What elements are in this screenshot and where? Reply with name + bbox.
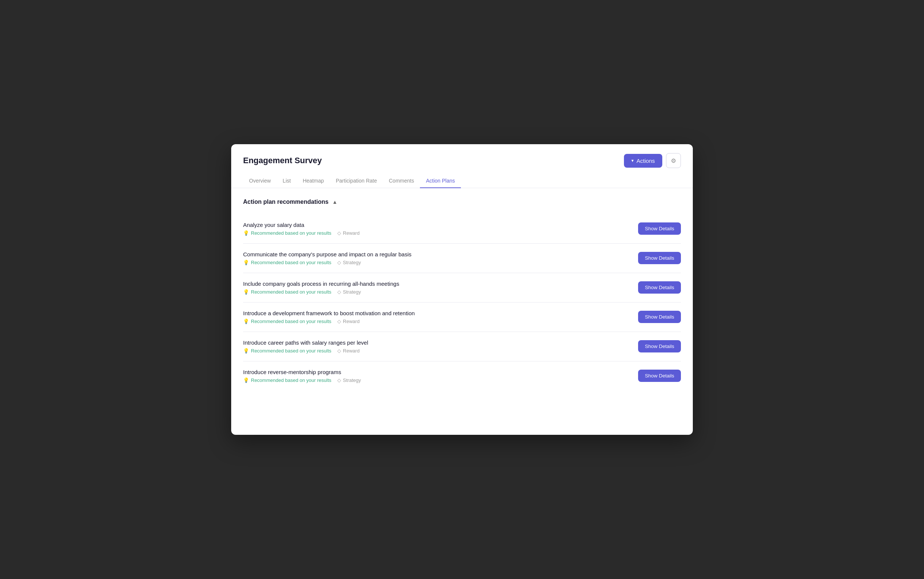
action-item-6: Introduce reverse-mentorship programs 💡 …	[243, 361, 681, 391]
recommended-badge-5: 💡 Recommended based on your results	[243, 348, 331, 353]
section-header: Action plan recommendations ▲	[243, 199, 681, 205]
tag-icon-5: ◇	[337, 348, 341, 353]
tag-badge-5: ◇ Reward	[337, 348, 360, 353]
tab-action-plans[interactable]: Action Plans	[420, 174, 461, 188]
action-item-3: Include company goals process in recurri…	[243, 273, 681, 303]
action-meta-4: 💡 Recommended based on your results ◇ Re…	[243, 319, 629, 324]
action-title-1: Analyze your salary data	[243, 222, 629, 228]
action-meta-2: 💡 Recommended based on your results ◇ St…	[243, 260, 629, 265]
recommended-badge-2: 💡 Recommended based on your results	[243, 260, 331, 265]
show-details-button-1[interactable]: Show Details	[638, 222, 681, 235]
tag-badge-4: ◇ Reward	[337, 319, 360, 324]
recommended-badge-4: 💡 Recommended based on your results	[243, 319, 331, 324]
tag-icon-3: ◇	[337, 289, 341, 295]
action-item-2: Communicate the company's purpose and im…	[243, 244, 681, 273]
tab-comments[interactable]: Comments	[383, 174, 420, 188]
action-meta-5: 💡 Recommended based on your results ◇ Re…	[243, 348, 629, 353]
action-info-4: Introduce a development framework to boo…	[243, 310, 629, 324]
page-title: Engagement Survey	[243, 156, 322, 165]
actions-button[interactable]: ▾ Actions	[624, 154, 662, 168]
bulb-icon-1: 💡	[243, 230, 249, 236]
bulb-icon-5: 💡	[243, 348, 249, 353]
recommended-badge-1: 💡 Recommended based on your results	[243, 230, 331, 236]
action-info-3: Include company goals process in recurri…	[243, 281, 629, 295]
tab-overview[interactable]: Overview	[243, 174, 277, 188]
bulb-icon-6: 💡	[243, 378, 249, 383]
show-details-button-3[interactable]: Show Details	[638, 281, 681, 294]
collapse-icon[interactable]: ▲	[332, 199, 337, 205]
action-info-6: Introduce reverse-mentorship programs 💡 …	[243, 369, 629, 383]
action-title-5: Introduce career paths with salary range…	[243, 339, 629, 346]
action-info-1: Analyze your salary data 💡 Recommended b…	[243, 222, 629, 236]
section-title: Action plan recommendations	[243, 199, 328, 205]
action-meta-1: 💡 Recommended based on your results ◇ Re…	[243, 230, 629, 236]
content-area: Action plan recommendations ▲ Analyze yo…	[231, 188, 693, 401]
gear-icon: ⚙	[671, 157, 676, 164]
action-meta-3: 💡 Recommended based on your results ◇ St…	[243, 289, 629, 295]
tag-badge-2: ◇ Strategy	[337, 260, 361, 265]
bulb-icon-4: 💡	[243, 319, 249, 324]
tag-badge-6: ◇ Strategy	[337, 378, 361, 383]
recommended-badge-3: 💡 Recommended based on your results	[243, 289, 331, 295]
main-window: Engagement Survey ▾ Actions ⚙ Overview L…	[231, 144, 693, 435]
action-title-2: Communicate the company's purpose and im…	[243, 251, 629, 257]
tag-badge-3: ◇ Strategy	[337, 289, 361, 295]
tab-participation-rate[interactable]: Participation Rate	[330, 174, 383, 188]
bulb-icon-3: 💡	[243, 289, 249, 295]
action-title-3: Include company goals process in recurri…	[243, 281, 629, 287]
action-info-2: Communicate the company's purpose and im…	[243, 251, 629, 265]
tag-icon-2: ◇	[337, 260, 341, 265]
action-item-4: Introduce a development framework to boo…	[243, 303, 681, 332]
header: Engagement Survey ▾ Actions ⚙	[231, 144, 693, 168]
action-item-5: Introduce career paths with salary range…	[243, 332, 681, 361]
gear-button[interactable]: ⚙	[666, 153, 681, 168]
tag-icon-1: ◇	[337, 230, 341, 236]
recommended-badge-6: 💡 Recommended based on your results	[243, 378, 331, 383]
show-details-button-4[interactable]: Show Details	[638, 311, 681, 323]
show-details-button-2[interactable]: Show Details	[638, 252, 681, 264]
tag-icon-6: ◇	[337, 378, 341, 383]
action-items-list: Analyze your salary data 💡 Recommended b…	[243, 214, 681, 391]
tab-list[interactable]: List	[277, 174, 297, 188]
show-details-button-5[interactable]: Show Details	[638, 340, 681, 352]
tab-heatmap[interactable]: Heatmap	[297, 174, 330, 188]
action-info-5: Introduce career paths with salary range…	[243, 339, 629, 353]
tag-icon-4: ◇	[337, 319, 341, 324]
bulb-icon-2: 💡	[243, 260, 249, 265]
action-title-4: Introduce a development framework to boo…	[243, 310, 629, 316]
action-title-6: Introduce reverse-mentorship programs	[243, 369, 629, 375]
action-item-1: Analyze your salary data 💡 Recommended b…	[243, 214, 681, 244]
tag-badge-1: ◇ Reward	[337, 230, 360, 236]
action-meta-6: 💡 Recommended based on your results ◇ St…	[243, 378, 629, 383]
chevron-down-icon: ▾	[631, 158, 634, 163]
show-details-button-6[interactable]: Show Details	[638, 370, 681, 382]
header-actions: ▾ Actions ⚙	[624, 153, 681, 168]
nav-tabs: Overview List Heatmap Participation Rate…	[231, 174, 693, 188]
